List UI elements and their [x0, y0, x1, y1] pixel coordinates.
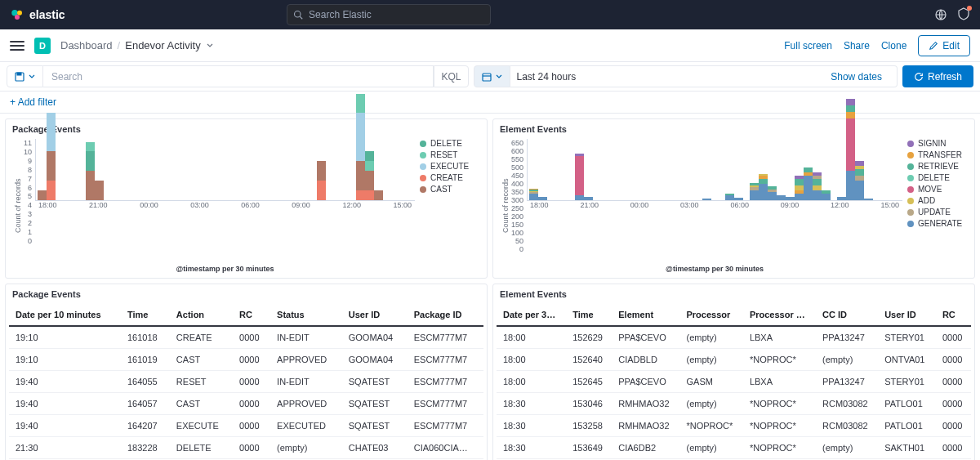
svg-rect-7	[17, 73, 21, 75]
bar-stack[interactable]	[822, 190, 831, 200]
bar-stack[interactable]	[846, 99, 855, 200]
breadcrumb-root[interactable]: Dashboard	[60, 39, 113, 51]
kql-toggle[interactable]: KQL	[434, 65, 468, 87]
bar-stack[interactable]	[855, 161, 864, 200]
clone-link[interactable]: Clone	[881, 40, 906, 51]
chart-bars	[528, 139, 902, 200]
chevron-down-icon[interactable]	[206, 42, 214, 50]
bar-stack[interactable]	[95, 181, 104, 200]
legend-item[interactable]: GENERATE	[907, 219, 968, 228]
bar-stack[interactable]	[804, 167, 813, 200]
bar-stack[interactable]	[584, 197, 593, 200]
legend-item[interactable]: RESET	[420, 150, 480, 159]
table-row[interactable]: 18:30153649CIA6DB2(empty)*NOPROC*(empty)…	[497, 437, 971, 459]
col-header[interactable]: User ID	[878, 304, 936, 326]
col-header[interactable]: Time	[566, 304, 612, 326]
bar-stack[interactable]	[575, 154, 584, 200]
table-row[interactable]: 18:30153046RMHMAO32(empty)*NOPROC*RCM030…	[497, 393, 971, 415]
bar-stack[interactable]	[38, 190, 47, 200]
legend-item[interactable]: CAST	[420, 185, 480, 194]
bar-stack[interactable]	[864, 199, 873, 200]
bar-stack[interactable]	[538, 197, 547, 200]
bar-stack[interactable]	[750, 183, 759, 200]
col-header[interactable]: Processor …	[743, 304, 816, 326]
refresh-button[interactable]: Refresh	[902, 65, 973, 87]
table-row[interactable]: 18:30153258RMHMAO32*NOPROC**NOPROC*RCM03…	[497, 415, 971, 437]
breadcrumb-current[interactable]: Endevor Activity	[125, 39, 201, 51]
bar-stack[interactable]	[734, 198, 743, 200]
table-row[interactable]: 19:10161018CREATE0000IN-EDITGOOMA04ESCM7…	[9, 326, 483, 349]
newsfeed-icon[interactable]	[934, 8, 947, 21]
col-header[interactable]: Time	[121, 304, 170, 326]
elastic-logo[interactable]: elastic	[10, 7, 65, 22]
col-header[interactable]: Date per 3…	[497, 304, 566, 326]
legend-item[interactable]: SIGNIN	[907, 139, 968, 148]
bar-stack[interactable]	[374, 190, 383, 200]
bar-stack[interactable]	[86, 142, 95, 200]
bar-stack[interactable]	[837, 197, 846, 200]
query-input[interactable]: Search	[43, 65, 434, 87]
col-header[interactable]: Processor	[680, 304, 743, 326]
add-filter-button[interactable]: + Add filter	[10, 96, 56, 108]
col-header[interactable]: Date per 10 minutes	[9, 304, 121, 326]
table-row[interactable]: 19:40164055RESET0000IN-EDITSQATESTESCM77…	[9, 371, 483, 393]
legend-item[interactable]: UPDATE	[907, 208, 968, 217]
legend-item[interactable]: TRANSFER	[907, 150, 968, 159]
bar-stack[interactable]	[47, 113, 56, 199]
col-header[interactable]: CC ID	[816, 304, 878, 326]
col-header[interactable]: RC	[233, 304, 270, 326]
table-row[interactable]: 19:10161019CAST0000APPROVEDGOOMA04ESCM77…	[9, 349, 483, 371]
legend-item[interactable]: DELETE	[907, 173, 968, 182]
chart-element[interactable]: Count of records 65060055050045040035030…	[493, 139, 974, 278]
bar-stack[interactable]	[365, 151, 374, 199]
bar-stack[interactable]	[529, 189, 538, 200]
chart-package[interactable]: Count of records 11109876543210 18:0021:…	[6, 139, 487, 278]
bar-stack[interactable]	[759, 174, 768, 200]
table-row[interactable]: 19:40164057CAST0000APPROVEDSQATESTESCM77…	[9, 393, 483, 415]
bar-stack[interactable]	[786, 197, 795, 200]
bar-stack[interactable]	[702, 199, 711, 200]
col-header[interactable]: RC	[936, 304, 971, 326]
bar-stack[interactable]	[725, 194, 734, 200]
legend-item[interactable]: MOVE	[907, 185, 968, 194]
legend-item[interactable]: ADD	[907, 196, 968, 205]
table-row[interactable]: 19:40164207EXECUTE0000EXECUTEDSQATESTESC…	[9, 415, 483, 437]
panel-package-events-table: Package Events Date per 10 minutesTimeAc…	[5, 284, 488, 460]
legend-item[interactable]: DELETE	[420, 139, 480, 148]
package-table[interactable]: Date per 10 minutesTimeActionRCStatusUse…	[9, 304, 483, 460]
element-table[interactable]: Date per 3…TimeElementProcessorProcessor…	[497, 304, 971, 460]
legend-item[interactable]: CREATE	[420, 173, 480, 182]
bar-stack[interactable]	[317, 161, 326, 199]
table-row[interactable]: 18:00152645PPA$CEVOGASMLBXAPPA13247STERY…	[497, 371, 971, 393]
legend-item[interactable]: RETRIEVE	[907, 162, 968, 171]
table-row[interactable]: 18:00152629PPA$CEVO(empty)LBXAPPA13247ST…	[497, 326, 971, 349]
col-header[interactable]: Action	[170, 304, 233, 326]
col-header[interactable]: Package ID	[408, 304, 483, 326]
show-dates-link[interactable]: Show dates	[831, 71, 882, 83]
table-row[interactable]: 18:00152640CIADBLD(empty)*NOPROC*(empty)…	[497, 349, 971, 371]
help-icon[interactable]	[957, 7, 970, 23]
legend-item[interactable]: EXECUTE	[420, 162, 480, 171]
col-header[interactable]: Element	[612, 304, 679, 326]
table-row[interactable]: 21:30183228DELETE0000(empty)CHATE03CIA06…	[9, 437, 483, 459]
bar-stack[interactable]	[768, 186, 777, 200]
date-quick-button[interactable]	[474, 65, 510, 87]
col-header[interactable]: User ID	[342, 304, 408, 326]
bar-stack[interactable]	[356, 94, 365, 200]
saved-query-button[interactable]	[7, 65, 43, 87]
share-link[interactable]: Share	[844, 40, 870, 51]
app-badge[interactable]: D	[34, 38, 51, 54]
bar-stack[interactable]	[795, 176, 804, 200]
notification-dot	[967, 6, 972, 11]
edit-button[interactable]: Edit	[918, 35, 970, 56]
date-range[interactable]: Last 24 hours Show dates	[510, 65, 898, 87]
bar-stack[interactable]	[777, 195, 786, 200]
global-search-input[interactable]	[287, 4, 491, 25]
bar-stack[interactable]	[813, 172, 822, 200]
col-header[interactable]: Status	[270, 304, 342, 326]
y-axis-ticks: 11109876543210	[24, 139, 35, 245]
x-axis-label: @timestamp per 30 minutes	[527, 265, 902, 273]
fullscreen-link[interactable]: Full screen	[784, 40, 832, 51]
nav-toggle-icon[interactable]	[10, 38, 24, 53]
svg-point-3	[295, 11, 301, 18]
